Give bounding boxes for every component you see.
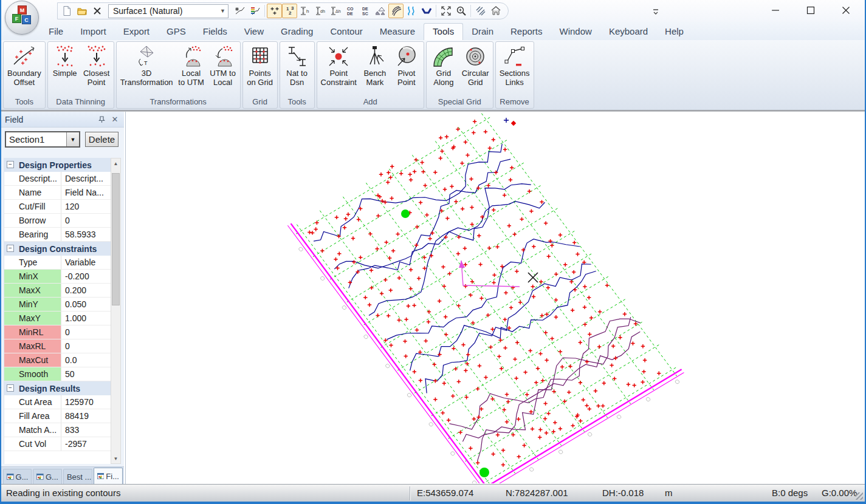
property-value[interactable]: -2957	[61, 437, 111, 451]
minimize-button[interactable]	[758, 0, 793, 21]
property-value[interactable]: 50	[61, 367, 111, 381]
bench-mark-button[interactable]: Bench Mark	[359, 44, 391, 87]
property-value[interactable]: 58.5933	[61, 228, 111, 241]
menu-item-keyboard[interactable]: Keyboard	[600, 24, 656, 40]
property-row-bearing[interactable]: Bearing58.5933	[4, 228, 111, 242]
grid-along-button[interactable]: Grid Along	[428, 44, 459, 87]
property-value[interactable]: Variable	[61, 256, 111, 269]
property-row-maxrl[interactable]: MaxRL0	[4, 339, 111, 353]
section-header-design-constraints[interactable]: −Design Constraints	[4, 242, 111, 256]
zoom-extents-button[interactable]	[438, 4, 453, 18]
property-row-cutfill[interactable]: Cut/Fill120	[4, 200, 111, 214]
draw-points-line-button[interactable]	[232, 4, 247, 18]
resize-grip[interactable]	[856, 492, 863, 500]
property-value[interactable]: -0.200	[61, 270, 111, 283]
points-on-grid-button[interactable]: Points on Grid	[244, 44, 276, 87]
transformation-3d-button[interactable]: T 3D Transformation	[118, 44, 176, 87]
collapse-icon[interactable]: −	[7, 245, 14, 252]
show-contours-toggle[interactable]	[388, 4, 404, 18]
closest-point-thinning-button[interactable]: Closest Point	[81, 44, 112, 87]
property-value[interactable]: 0	[61, 325, 111, 339]
simple-thinning-button[interactable]: Simple	[49, 44, 81, 78]
show-flow-arrows-button[interactable]	[404, 4, 419, 18]
property-value[interactable]: Field Na...	[61, 186, 111, 199]
property-row-smooth[interactable]: Smooth50	[4, 367, 111, 381]
property-row-cutvol[interactable]: Cut Vol-2957	[4, 437, 111, 451]
plan-view-svg[interactable]	[126, 112, 866, 483]
show-delta-elevations-button[interactable]: dh	[312, 4, 328, 18]
menu-item-tools[interactable]: Tools	[424, 23, 463, 40]
show-points-toggle[interactable]	[267, 4, 282, 18]
property-row-cutarea[interactable]: Cut Area125970	[4, 395, 111, 409]
open-file-button[interactable]	[74, 4, 89, 18]
property-value[interactable]: 0.200	[61, 284, 111, 297]
menu-item-file[interactable]: File	[40, 24, 72, 40]
property-row-fillarea[interactable]: Fill Area88419	[4, 409, 111, 423]
nat-to-dsn-button[interactable]: Nat to Dsn	[281, 44, 313, 87]
property-value[interactable]: 833	[61, 423, 111, 437]
colored-profile-button[interactable]	[247, 4, 263, 18]
show-valleys-button[interactable]	[419, 4, 434, 18]
local-to-utm-button[interactable]: Local to UTM	[176, 44, 207, 87]
menu-item-view[interactable]: View	[236, 24, 272, 40]
section-header-design-properties[interactable]: −Design Properties	[4, 158, 111, 172]
green-point-marker[interactable]	[479, 468, 489, 477]
property-row-minrl[interactable]: MinRL0	[4, 325, 111, 339]
scroll-up-icon[interactable]: ▲	[111, 158, 120, 168]
show-elevations-button[interactable]: h	[297, 4, 312, 18]
property-row-miny[interactable]: MinY0.050	[4, 298, 111, 312]
measure-button[interactable]	[473, 4, 488, 18]
scroll-down-icon[interactable]: ▼	[111, 454, 120, 463]
property-row-minx[interactable]: MinX-0.200	[4, 270, 111, 284]
boundary-offset-button[interactable]: Boundary Offset	[5, 44, 44, 87]
show-triangles-button[interactable]	[373, 4, 388, 18]
collapse-icon[interactable]: −	[7, 384, 14, 392]
collapse-icon[interactable]: −	[7, 161, 14, 168]
show-design-elevations-button[interactable]: Δh	[328, 4, 343, 18]
property-value[interactable]: 88419	[61, 409, 111, 423]
property-row-type[interactable]: TypeVariable	[4, 256, 111, 270]
new-document-button[interactable]	[59, 4, 74, 18]
menu-item-gps[interactable]: GPS	[158, 24, 194, 40]
show-descriptions-button[interactable]: DESC	[358, 4, 373, 18]
utm-to-local-button[interactable]: UTM to Local	[207, 44, 239, 87]
pin-icon[interactable]	[98, 116, 109, 123]
panel-tab-0[interactable]: G...	[3, 469, 32, 484]
point-constraint-button[interactable]: Point Constraint	[318, 44, 359, 87]
section-header-design-results[interactable]: −Design Results	[4, 381, 111, 395]
zoom-window-button[interactable]	[453, 4, 469, 18]
circular-grid-button[interactable]: Circular Grid	[459, 44, 492, 87]
property-value[interactable]: 125970	[61, 395, 111, 409]
property-row-maxy[interactable]: MaxY1.000	[4, 312, 111, 325]
show-codes-button[interactable]: CODE	[343, 4, 358, 18]
menu-item-grading[interactable]: Grading	[272, 24, 321, 40]
property-value[interactable]: 1.000	[61, 312, 111, 325]
property-value[interactable]: 0.050	[61, 298, 111, 311]
menu-item-drain[interactable]: Drain	[463, 24, 502, 40]
delete-button[interactable]: Delete	[85, 132, 119, 147]
pivot-point-button[interactable]: Pivot Point	[391, 44, 422, 87]
menu-item-measure[interactable]: Measure	[371, 24, 424, 40]
property-row-maxcut[interactable]: MaxCut0.0	[4, 353, 111, 367]
property-value[interactable]: 0	[61, 214, 111, 227]
section-selector[interactable]: Section1 ▼	[5, 131, 80, 148]
panel-tab-1[interactable]: G...	[33, 469, 61, 484]
surface-selector[interactable]: Surface1 (Natural) ▼	[108, 4, 229, 18]
menu-item-reports[interactable]: Reports	[502, 24, 551, 40]
panel-tab-2[interactable]: Best ...	[63, 469, 92, 484]
property-grid-scrollbar[interactable]: ▲ ▼	[111, 158, 121, 464]
property-row-name[interactable]: NameField Na...	[4, 186, 111, 200]
close-surface-button[interactable]	[89, 4, 105, 18]
plan-view-canvas[interactable]	[125, 112, 866, 484]
maximize-button[interactable]	[793, 0, 828, 21]
property-row-borrow[interactable]: Borrow0	[4, 214, 111, 228]
menu-item-export[interactable]: Export	[115, 24, 158, 40]
property-row-matcha[interactable]: Match A...833	[4, 423, 111, 437]
property-row-maxx[interactable]: MaxX0.200	[4, 284, 111, 298]
property-value[interactable]: 120	[61, 200, 111, 213]
home-view-button[interactable]	[488, 4, 503, 18]
menu-item-window[interactable]: Window	[551, 24, 600, 40]
menu-item-import[interactable]: Import	[72, 24, 115, 40]
sections-links-button[interactable]: Sections Links	[497, 44, 532, 87]
property-value[interactable]: 0	[61, 339, 111, 353]
